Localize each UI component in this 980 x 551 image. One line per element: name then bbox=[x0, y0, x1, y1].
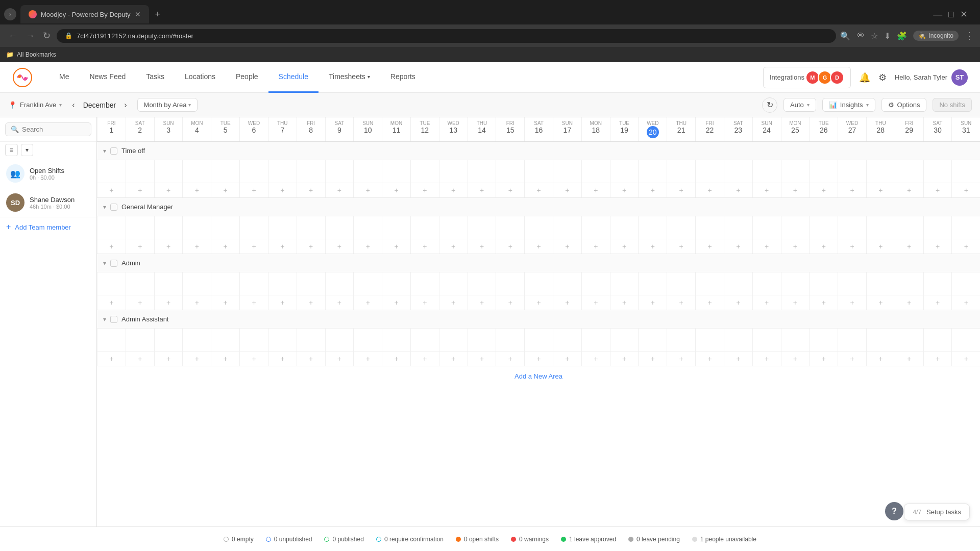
day-cell-0-23[interactable] bbox=[752, 160, 781, 183]
day-cell-2-20[interactable] bbox=[667, 272, 695, 295]
day-cell-2-1[interactable] bbox=[126, 272, 154, 295]
plus-cell-0-1[interactable]: + bbox=[126, 183, 154, 197]
eye-icon[interactable]: 👁 bbox=[856, 31, 865, 40]
plus-cell-0-23[interactable]: + bbox=[752, 183, 781, 197]
plus-cell-3-4[interactable]: + bbox=[211, 352, 239, 366]
day-cell-0-14[interactable] bbox=[496, 160, 524, 183]
day-cell-2-14[interactable] bbox=[496, 272, 524, 295]
nav-reports[interactable]: Reports bbox=[380, 62, 426, 93]
day-cell-3-25[interactable] bbox=[809, 329, 838, 351]
area-checkbox-1[interactable] bbox=[110, 204, 117, 211]
day-cell-3-23[interactable] bbox=[752, 329, 781, 351]
day-cell-1-1[interactable] bbox=[126, 216, 154, 239]
day-cell-1-18[interactable] bbox=[610, 216, 639, 239]
bookmarks-label[interactable]: All Bookmarks bbox=[17, 51, 56, 58]
plus-cell-0-2[interactable]: + bbox=[154, 183, 183, 197]
day-cell-3-13[interactable] bbox=[468, 329, 496, 351]
location-selector[interactable]: 📍 Franklin Ave ▾ bbox=[8, 101, 62, 109]
plus-cell-3-30[interactable]: + bbox=[951, 352, 980, 366]
refresh-schedule-button[interactable]: ↻ bbox=[762, 97, 777, 113]
plus-cell-2-2[interactable]: + bbox=[154, 295, 183, 310]
day-cell-2-24[interactable] bbox=[781, 272, 810, 295]
search-input[interactable] bbox=[22, 126, 86, 133]
plus-cell-0-17[interactable]: + bbox=[581, 183, 610, 197]
plus-cell-3-6[interactable]: + bbox=[268, 352, 297, 366]
day-cell-3-22[interactable] bbox=[724, 329, 752, 351]
plus-cell-0-19[interactable]: + bbox=[638, 183, 667, 197]
day-cell-3-8[interactable] bbox=[325, 329, 354, 351]
person-item-shane[interactable]: SD Shane Dawson 46h 10m · $0.00 bbox=[0, 188, 96, 217]
day-cell-3-17[interactable] bbox=[581, 329, 610, 351]
next-month-button[interactable]: › bbox=[122, 98, 129, 112]
insights-button[interactable]: 📊 Insights ▾ bbox=[822, 98, 875, 112]
day-cell-2-18[interactable] bbox=[610, 272, 639, 295]
plus-cell-3-25[interactable]: + bbox=[809, 352, 838, 366]
plus-cell-0-27[interactable]: + bbox=[866, 183, 895, 197]
area-toggle-icon-0[interactable]: ▾ bbox=[103, 147, 106, 155]
day-cell-1-20[interactable] bbox=[667, 216, 695, 239]
plus-cell-0-25[interactable]: + bbox=[809, 183, 838, 197]
plus-cell-2-7[interactable]: + bbox=[297, 295, 325, 310]
plus-cell-1-10[interactable]: + bbox=[382, 239, 410, 254]
day-cell-1-23[interactable] bbox=[752, 216, 781, 239]
plus-cell-0-18[interactable]: + bbox=[610, 183, 639, 197]
search-box[interactable]: 🔍 bbox=[5, 122, 91, 136]
plus-cell-2-26[interactable]: + bbox=[838, 295, 866, 310]
day-cell-1-6[interactable] bbox=[268, 216, 297, 239]
plus-cell-0-9[interactable]: + bbox=[353, 183, 382, 197]
plus-cell-3-1[interactable]: + bbox=[126, 352, 154, 366]
day-cell-1-22[interactable] bbox=[724, 216, 752, 239]
day-cell-3-0[interactable] bbox=[97, 329, 126, 351]
plus-cell-2-25[interactable]: + bbox=[809, 295, 838, 310]
day-cell-3-12[interactable] bbox=[439, 329, 468, 351]
nav-tasks[interactable]: Tasks bbox=[136, 62, 175, 93]
day-cell-0-9[interactable] bbox=[353, 160, 382, 183]
plus-cell-0-7[interactable]: + bbox=[297, 183, 325, 197]
plus-cell-1-12[interactable]: + bbox=[439, 239, 468, 254]
day-cell-0-27[interactable] bbox=[866, 160, 895, 183]
day-cell-1-4[interactable] bbox=[211, 216, 239, 239]
plus-cell-2-17[interactable]: + bbox=[581, 295, 610, 310]
plus-cell-1-14[interactable]: + bbox=[496, 239, 524, 254]
options-button[interactable]: ⚙ Options bbox=[881, 98, 927, 112]
download-icon[interactable]: ⬇ bbox=[884, 31, 891, 41]
day-cell-3-2[interactable] bbox=[154, 329, 183, 351]
day-cell-3-20[interactable] bbox=[667, 329, 695, 351]
day-cell-2-10[interactable] bbox=[382, 272, 410, 295]
plus-cell-0-0[interactable]: + bbox=[97, 183, 126, 197]
maximize-button[interactable]: □ bbox=[948, 9, 954, 20]
day-cell-1-25[interactable] bbox=[809, 216, 838, 239]
plus-cell-1-15[interactable]: + bbox=[524, 239, 553, 254]
area-toggle-icon-3[interactable]: ▾ bbox=[103, 316, 106, 323]
day-cell-3-29[interactable] bbox=[923, 329, 952, 351]
day-cell-3-1[interactable] bbox=[126, 329, 154, 351]
day-cell-2-6[interactable] bbox=[268, 272, 297, 295]
day-cell-0-4[interactable] bbox=[211, 160, 239, 183]
user-avatar[interactable]: ST bbox=[951, 69, 968, 86]
plus-cell-0-6[interactable]: + bbox=[268, 183, 297, 197]
day-cell-1-16[interactable] bbox=[553, 216, 581, 239]
plus-cell-1-11[interactable]: + bbox=[410, 239, 439, 254]
day-cell-0-10[interactable] bbox=[382, 160, 410, 183]
day-cell-1-0[interactable] bbox=[97, 216, 126, 239]
day-cell-0-16[interactable] bbox=[553, 160, 581, 183]
day-cell-0-8[interactable] bbox=[325, 160, 354, 183]
day-cell-0-19[interactable] bbox=[638, 160, 667, 183]
plus-cell-3-11[interactable]: + bbox=[410, 352, 439, 366]
plus-cell-2-10[interactable]: + bbox=[382, 295, 410, 310]
day-cell-1-19[interactable] bbox=[638, 216, 667, 239]
notification-button[interactable]: 🔔 bbox=[859, 72, 870, 83]
nav-news-feed[interactable]: News Feed bbox=[79, 62, 136, 93]
plus-cell-3-15[interactable]: + bbox=[524, 352, 553, 366]
plus-cell-1-28[interactable]: + bbox=[895, 239, 923, 254]
sidebar-options-button[interactable]: ▾ bbox=[21, 144, 33, 156]
address-bar[interactable]: 🔒 7cf47d19112152.na.deputy.com/#roster bbox=[57, 29, 836, 43]
day-cell-3-10[interactable] bbox=[382, 329, 410, 351]
day-cell-2-25[interactable] bbox=[809, 272, 838, 295]
day-cell-3-26[interactable] bbox=[838, 329, 866, 351]
plus-cell-0-13[interactable]: + bbox=[468, 183, 496, 197]
day-cell-2-26[interactable] bbox=[838, 272, 866, 295]
day-cell-1-29[interactable] bbox=[923, 216, 952, 239]
day-cell-3-5[interactable] bbox=[239, 329, 268, 351]
back-button[interactable]: ← bbox=[6, 29, 19, 43]
